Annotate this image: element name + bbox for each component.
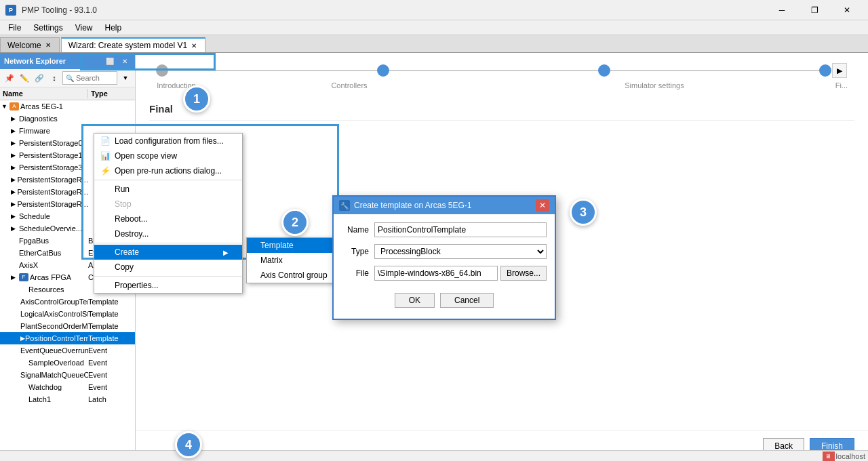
create-submenu-arrow: ▶ <box>223 249 229 256</box>
tree-expand-icon: ▶ <box>11 152 19 159</box>
tab-wizard[interactable]: Wizard: Create system model V1 ✕ <box>61 37 205 52</box>
actions-icon: ⚡ <box>100 165 111 176</box>
tab-welcome-close[interactable]: ✕ <box>44 41 52 49</box>
dialog-title: Create template on Arcas 5EG-1 <box>354 201 471 210</box>
tree-expand-icon: ▶ <box>11 213 19 220</box>
tree-node-label: PersistentStorageR... <box>17 176 88 184</box>
maximize-button[interactable]: ❐ <box>799 0 830 20</box>
tree-node-label: Arcas 5EG-1 <box>20 102 63 111</box>
tree-row[interactable]: ▶Diagnostics <box>0 113 135 125</box>
menu-help[interactable]: Help <box>100 22 127 34</box>
form-type-label: Type <box>342 247 369 256</box>
ctx-item-load-config[interactable]: 📄 Load configuration from files... <box>94 134 242 148</box>
menu-settings[interactable]: Settings <box>28 22 68 34</box>
ctx-item-pre-run[interactable]: ⚡ Open pre-run actions dialog... <box>94 163 242 178</box>
panel-title-bar: Network Explorer ⬜ ✕ <box>0 53 135 69</box>
step-label-intro: Introduction <box>156 81 197 89</box>
tree-expand-icon: ▶ <box>11 188 17 195</box>
tree-row[interactable]: SampleOverloadEvent <box>0 357 135 369</box>
tree-node-label: EtherCatBus <box>19 249 61 257</box>
tab-wizard-close[interactable]: ✕ <box>190 42 198 49</box>
tree-expand-icon: ▶ <box>11 201 17 207</box>
tree-node-type: Event <box>88 346 135 355</box>
tree-expand-icon: ▶ <box>11 127 19 134</box>
dialog-titlebar: 🔧 Create template on Arcas 5EG-1 ✕ <box>334 197 555 214</box>
status-server: localhost <box>836 452 865 460</box>
form-name-input[interactable] <box>374 222 547 237</box>
step-dot-1 <box>156 64 168 77</box>
panel-title: Network Explorer <box>4 57 66 65</box>
tree-node-label: Arcas FPGA <box>30 273 71 281</box>
form-type-select[interactable]: ProcessingBlock Controller Bus <box>374 244 547 259</box>
tree-row[interactable]: Latch1Latch <box>0 393 135 405</box>
tree-node-type: Event <box>88 371 135 379</box>
panel-maximize-button[interactable]: ⬜ <box>104 55 116 67</box>
search-input[interactable] <box>76 74 114 82</box>
step-dot-3 <box>598 64 610 77</box>
close-button[interactable]: ✕ <box>831 0 863 20</box>
tree-node-label: FpgaBus <box>19 237 49 245</box>
device-icon: A <box>9 102 19 111</box>
form-file-input[interactable] <box>374 266 498 281</box>
tree-expand-icon: ▶ <box>11 140 19 146</box>
step-dot-4 <box>819 64 831 77</box>
tree-node-type: Latch <box>88 395 135 403</box>
ctx-item-copy[interactable]: Copy <box>94 260 242 275</box>
panel-toolbar: 📌 ✏️ 🔗 ↕ 🔍 ▼ <box>0 69 135 87</box>
tree-node-type: Template <box>88 310 135 318</box>
tree-node-label: SampleOverload <box>28 359 84 367</box>
tree-expand-icon: ▶ <box>11 176 17 183</box>
dialog-close-button[interactable]: ✕ <box>536 199 549 212</box>
tree-row[interactable]: SignalMatchQueueOverrunEvent <box>0 369 135 381</box>
tab-welcome[interactable]: Welcome ✕ <box>0 37 60 52</box>
context-menu: 📄 Load configuration from files... 📊 Ope… <box>94 133 243 294</box>
app-title: PMP Tooling - 93.1.0 <box>22 5 97 15</box>
form-file-row: File Browse... <box>342 266 547 281</box>
cancel-button[interactable]: Cancel <box>440 293 494 308</box>
toolbar-edit-button[interactable]: ✏️ <box>18 71 31 85</box>
ok-button[interactable]: OK <box>395 293 435 308</box>
toolbar-pin-button[interactable]: 📌 <box>3 71 16 85</box>
menu-bar: File Settings View Help <box>0 20 868 35</box>
panel-close-button[interactable]: ✕ <box>119 55 131 67</box>
tree-node-label: Resources <box>28 285 64 294</box>
form-name-row: Name <box>342 222 547 237</box>
status-icon-monitor[interactable]: 🖥 <box>823 452 835 461</box>
ctx-item-properties[interactable]: Properties... <box>94 278 242 293</box>
browse-button[interactable]: Browse... <box>500 266 547 281</box>
tree-node-type: Template <box>88 322 135 330</box>
toolbar-link-button[interactable]: 🔗 <box>33 71 46 85</box>
tree-node-label: EventQueueOverrun <box>20 346 88 355</box>
tree-node-label: SignalMatchQueueOverrun <box>20 371 88 379</box>
menu-file[interactable]: File <box>3 22 26 34</box>
ctx-item-open-scope[interactable]: 📊 Open scope view <box>94 148 242 163</box>
tree-node-label: Firmware <box>19 127 50 135</box>
dialog-title-icon: 🔧 <box>339 200 350 211</box>
load-config-icon: 📄 <box>100 136 111 146</box>
tree-expand-icon: ▶ <box>11 225 19 232</box>
tree-row[interactable]: AxisControlGroupTemplateTemplate <box>0 296 135 308</box>
tree-headers: Name Type Description <box>0 87 135 100</box>
header-name: Name <box>0 89 88 98</box>
dialog-body: Name Type ProcessingBlock Controller Bus… <box>334 214 555 319</box>
toolbar-expand-button[interactable]: ↕ <box>47 71 61 85</box>
search-dropdown-button[interactable]: ▼ <box>119 71 132 85</box>
form-name-label: Name <box>342 225 369 235</box>
ctx-item-run[interactable]: Run <box>94 182 242 197</box>
ctx-item-create[interactable]: Create ▶ <box>94 245 242 260</box>
app-icon: P <box>5 5 16 16</box>
menu-view[interactable]: View <box>70 22 98 34</box>
tree-row[interactable]: WatchdogEvent <box>0 381 135 393</box>
step-next-button[interactable]: ▶ <box>832 63 847 78</box>
tree-row[interactable]: ▶PositionControlTemplateTemplate <box>0 332 135 344</box>
ctx-item-reboot[interactable]: Reboot... <box>94 212 242 226</box>
tree-row[interactable]: EventQueueOverrunEvent <box>0 344 135 357</box>
tree-row[interactable]: LogicalAxisControlStandard3...Template <box>0 308 135 320</box>
tree-row[interactable]: PlantSecondOrderMechanica...Template <box>0 320 135 332</box>
tree-row[interactable]: ▼AArcas 5EG-1 <box>0 100 135 113</box>
ctx-item-destroy[interactable]: Destroy... <box>94 226 242 241</box>
tab-wizard-label: Wizard: Create system model V1 <box>68 41 187 50</box>
tree-node-label: Watchdog <box>28 383 62 391</box>
minimize-button[interactable]: ─ <box>766 0 797 20</box>
tree-node-label: PersistentStorage1 <box>19 151 83 159</box>
